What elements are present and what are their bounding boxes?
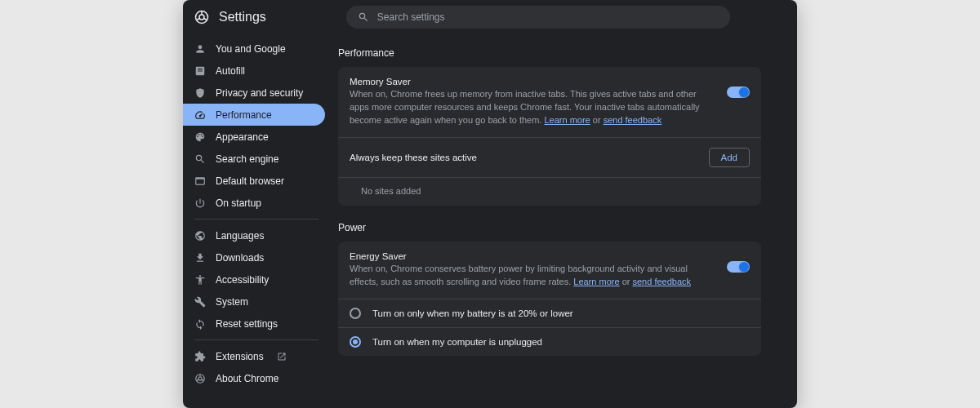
sidebar-item-appearance[interactable]: Appearance — [183, 126, 325, 148]
performance-icon — [194, 109, 206, 121]
external-link-icon — [277, 352, 287, 361]
radio-button[interactable] — [350, 308, 361, 319]
energy-saver-card: Energy Saver When on, Chrome conserves b… — [338, 242, 761, 356]
svg-line-9 — [202, 379, 204, 381]
sidebar-item-label: Default browser — [216, 175, 284, 187]
download-icon — [194, 252, 206, 264]
sidebar-item-privacy-and-security[interactable]: Privacy and security — [183, 82, 325, 104]
sidebar-item-label: About Chrome — [216, 373, 278, 384]
sidebar-item-you-and-google[interactable]: You and Google — [183, 38, 325, 60]
sidebar-item-label: Extensions — [216, 351, 264, 362]
sidebar-item-accessibility[interactable]: Accessibility — [183, 268, 325, 290]
always-active-row: Always keep these sites active Add — [338, 137, 761, 177]
system-icon — [194, 296, 206, 308]
chrome-logo-icon — [194, 10, 209, 24]
sidebar-item-search-engine[interactable]: Search engine — [183, 148, 325, 170]
always-active-title: Always keep these sites active — [350, 153, 697, 162]
section-title-performance: Performance — [338, 47, 761, 59]
globe-icon — [194, 230, 206, 242]
search-input[interactable] — [377, 11, 719, 23]
sidebar-item-label: System — [216, 296, 248, 308]
memory-saver-card: Memory Saver When on, Chrome frees up me… — [338, 67, 761, 206]
section-title-power: Power — [338, 222, 761, 233]
sidebar: You and Google Autofill Privacy and secu… — [183, 34, 328, 408]
shield-icon — [194, 87, 206, 99]
search-box[interactable] — [346, 6, 730, 29]
header: Settings — [183, 0, 797, 34]
sidebar-item-reset-settings[interactable]: Reset settings — [183, 313, 325, 335]
energy-saver-content: Energy Saver When on, Chrome conserves b… — [350, 251, 715, 289]
add-button[interactable]: Add — [709, 148, 750, 167]
or-text: or — [590, 115, 604, 125]
energy-saver-title: Energy Saver — [350, 251, 715, 261]
divider — [194, 339, 318, 340]
radio-button[interactable] — [350, 336, 361, 348]
send-feedback-link[interactable]: send feedback — [604, 115, 662, 125]
energy-saver-toggle[interactable] — [727, 261, 750, 273]
memory-saver-description: When on, Chrome frees up memory from ina… — [350, 88, 715, 127]
search-icon — [358, 11, 369, 23]
autofill-icon — [194, 65, 206, 77]
body: You and Google Autofill Privacy and secu… — [183, 34, 797, 408]
sidebar-item-default-browser[interactable]: Default browser — [183, 170, 325, 192]
settings-window: Settings You and Google Autofill Privacy… — [183, 0, 797, 408]
default-browser-icon — [194, 175, 206, 187]
radio-label: Turn on only when my battery is at 20% o… — [372, 308, 573, 318]
sidebar-item-label: Search engine — [216, 153, 278, 165]
or-text: or — [620, 277, 633, 286]
radio-label: Turn on when my computer is unplugged — [372, 337, 542, 347]
memory-saver-content: Memory Saver When on, Chrome frees up me… — [350, 77, 715, 127]
sidebar-item-label: Appearance — [216, 131, 269, 143]
svg-point-1 — [199, 15, 204, 20]
person-icon — [194, 43, 206, 55]
search-icon — [194, 153, 206, 165]
svg-line-8 — [197, 379, 199, 381]
sidebar-item-label: Autofill — [216, 65, 245, 77]
sidebar-item-performance[interactable]: Performance — [183, 104, 325, 126]
sidebar-item-extensions[interactable]: Extensions — [183, 345, 325, 367]
sidebar-item-system[interactable]: System — [183, 290, 325, 313]
sidebar-item-label: Accessibility — [216, 274, 269, 286]
sidebar-item-about-chrome[interactable]: About Chrome — [183, 367, 325, 389]
sidebar-item-autofill[interactable]: Autofill — [183, 60, 325, 82]
sidebar-item-label: On startup — [216, 197, 261, 209]
always-active-content: Always keep these sites active — [350, 153, 697, 162]
radio-row-unplugged[interactable]: Turn on when my computer is unplugged — [338, 327, 761, 356]
sidebar-item-label: Performance — [216, 109, 272, 121]
accessibility-icon — [194, 274, 206, 286]
divider — [194, 219, 318, 220]
sidebar-item-label: You and Google — [216, 43, 286, 55]
svg-line-4 — [204, 19, 207, 20]
svg-line-3 — [197, 19, 200, 20]
energy-saver-row: Energy Saver When on, Chrome conserves b… — [338, 242, 761, 299]
sidebar-item-downloads[interactable]: Downloads — [183, 246, 325, 268]
sidebar-item-languages[interactable]: Languages — [183, 224, 325, 246]
content: Performance Memory Saver When on, Chrome… — [328, 34, 797, 408]
sidebar-item-label: Reset settings — [216, 318, 278, 330]
send-feedback-link[interactable]: send feedback — [633, 277, 692, 286]
memory-saver-row: Memory Saver When on, Chrome frees up me… — [338, 67, 761, 137]
sidebar-item-label: Languages — [216, 230, 264, 242]
energy-saver-description: When on, Chrome conserves battery power … — [350, 263, 715, 289]
svg-point-6 — [198, 376, 202, 379]
extensions-icon — [194, 351, 206, 362]
sidebar-item-on-startup[interactable]: On startup — [183, 192, 325, 214]
radio-row-battery-20[interactable]: Turn on only when my battery is at 20% o… — [338, 299, 761, 327]
reset-icon — [194, 318, 206, 330]
learn-more-link[interactable]: Learn more — [544, 115, 590, 125]
chrome-icon — [194, 373, 206, 384]
memory-saver-title: Memory Saver — [350, 77, 715, 86]
sidebar-item-label: Downloads — [216, 252, 264, 264]
page-title: Settings — [219, 10, 266, 24]
no-sites-message: No sites added — [338, 177, 761, 206]
power-icon — [194, 197, 206, 209]
memory-saver-toggle[interactable] — [727, 86, 750, 98]
learn-more-link[interactable]: Learn more — [573, 277, 619, 286]
sidebar-item-label: Privacy and security — [216, 87, 303, 99]
appearance-icon — [194, 131, 206, 143]
